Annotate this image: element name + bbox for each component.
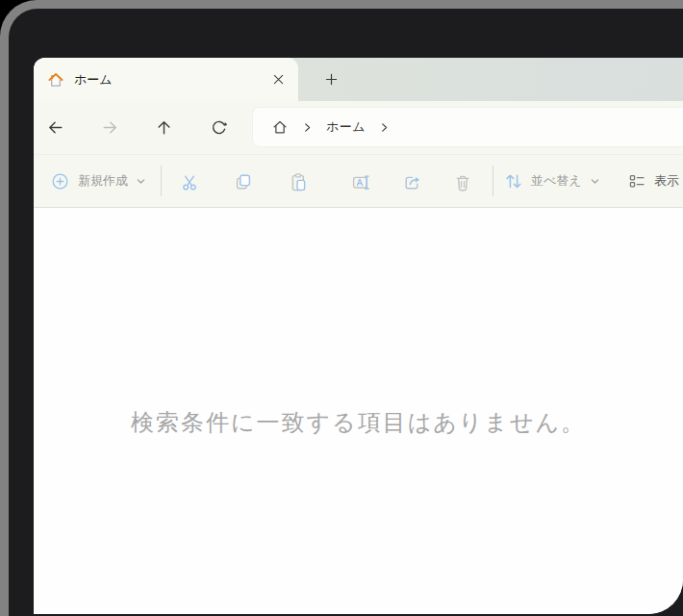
breadcrumb-home-button[interactable] [271, 118, 289, 136]
delete-icon [453, 172, 472, 192]
home-icon [271, 118, 289, 136]
paste-button[interactable] [281, 165, 316, 198]
sort-button[interactable]: 並べ替え [504, 166, 600, 196]
back-arrow-icon [46, 118, 64, 137]
up-button[interactable] [150, 114, 178, 141]
chevron-down-icon [136, 176, 146, 187]
address-bar[interactable]: ホーム [253, 108, 683, 146]
command-bar: 新規作成 [34, 154, 683, 208]
navigation-bar: ホーム [34, 101, 683, 154]
plus-circle-icon [51, 172, 69, 191]
device-bezel: ホーム [9, 9, 683, 616]
copy-button[interactable] [226, 165, 261, 198]
view-button[interactable]: 表示 [627, 166, 679, 196]
share-icon [402, 172, 421, 192]
cut-button[interactable] [172, 165, 207, 198]
tab-home[interactable]: ホーム [34, 58, 298, 101]
toolbar-divider [161, 166, 162, 196]
back-button[interactable] [41, 114, 69, 141]
forward-button[interactable] [96, 114, 124, 141]
empty-state-message: 検索条件に一致する項目はありません。 [34, 209, 683, 438]
view-label: 表示 [654, 172, 679, 190]
breadcrumb-item-home[interactable]: ホーム [326, 118, 366, 136]
chevron-right-icon [378, 121, 391, 134]
rename-icon [351, 172, 370, 192]
forward-arrow-icon [101, 118, 119, 137]
new-item-label: 新規作成 [78, 172, 128, 190]
tab-label: ホーム [74, 71, 113, 89]
refresh-button[interactable] [205, 114, 233, 141]
up-arrow-icon [155, 118, 173, 137]
chevron-down-icon [590, 176, 600, 187]
device-frame: ホーム [0, 0, 683, 616]
sort-icon [504, 171, 523, 191]
chevron-right-icon [301, 121, 314, 134]
rename-button[interactable] [343, 165, 378, 198]
toolbar-divider [493, 166, 493, 196]
copy-icon [234, 172, 253, 192]
new-item-button[interactable]: 新規作成 [41, 166, 156, 196]
cut-icon [180, 172, 199, 192]
sort-label: 並べ替え [531, 172, 582, 190]
refresh-icon [210, 118, 228, 137]
file-explorer-window: ホーム [34, 58, 683, 614]
tab-bar: ホーム [34, 58, 683, 101]
new-tab-button[interactable] [318, 66, 344, 92]
plus-icon [324, 72, 339, 87]
folder-content-area[interactable]: 検索条件に一致する項目はありません。 [34, 209, 683, 614]
share-button[interactable] [394, 165, 429, 198]
close-icon[interactable] [266, 67, 291, 91]
paste-icon [289, 172, 308, 192]
view-icon [627, 171, 646, 191]
home-icon [47, 71, 64, 89]
delete-button[interactable] [445, 165, 480, 198]
